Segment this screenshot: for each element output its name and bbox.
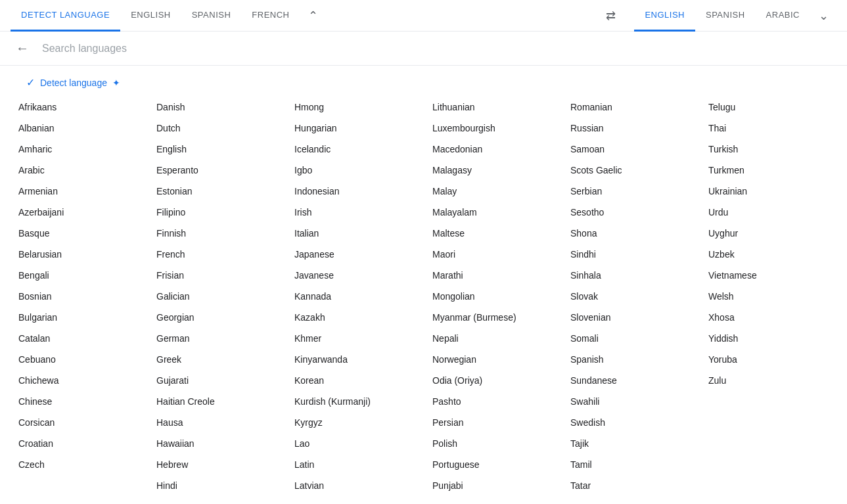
list-item[interactable]: Macedonian [424, 139, 562, 160]
list-item[interactable]: Bosnian [11, 286, 149, 307]
list-item[interactable]: Mongolian [424, 286, 562, 307]
list-item[interactable]: Filipino [149, 202, 286, 223]
list-item[interactable]: Corsican [11, 412, 149, 433]
tab-target-spanish[interactable]: SPANISH [695, 0, 756, 32]
list-item[interactable]: Catalan [11, 328, 149, 349]
list-item[interactable]: Portuguese [424, 454, 562, 475]
list-item[interactable]: Croatian [11, 433, 149, 454]
list-item[interactable]: Basque [11, 223, 149, 244]
list-item[interactable]: Igbo [286, 160, 424, 181]
list-item[interactable]: Serbian [562, 181, 700, 202]
list-item[interactable]: Lithuanian [424, 97, 562, 118]
list-item[interactable]: Esperanto [149, 160, 286, 181]
list-item[interactable]: Urdu [700, 202, 838, 223]
list-item[interactable]: Hindi [149, 475, 286, 496]
list-item[interactable]: Bengali [11, 265, 149, 286]
list-item[interactable]: Bulgarian [11, 307, 149, 328]
list-item[interactable]: Galician [149, 286, 286, 307]
list-item[interactable]: Slovak [562, 286, 700, 307]
list-item[interactable]: Tajik [562, 433, 700, 454]
list-item[interactable]: Korean [286, 370, 424, 391]
list-item[interactable]: Swedish [562, 412, 700, 433]
list-item[interactable]: Maltese [424, 223, 562, 244]
list-item[interactable]: Spanish [562, 349, 700, 370]
list-item[interactable]: Belarusian [11, 244, 149, 265]
list-item[interactable]: Uzbek [700, 244, 838, 265]
list-item[interactable]: Frisian [149, 265, 286, 286]
list-item[interactable]: Telugu [700, 97, 838, 118]
list-item[interactable]: Xhosa [700, 307, 838, 328]
list-item[interactable]: Maori [424, 244, 562, 265]
list-item[interactable]: Pashto [424, 391, 562, 412]
list-item[interactable]: Swahili [562, 391, 700, 412]
list-item[interactable]: Yiddish [700, 328, 838, 349]
tab-target-arabic[interactable]: ARABIC [756, 0, 810, 32]
list-item[interactable]: Hebrew [149, 454, 286, 475]
list-item[interactable]: Armenian [11, 181, 149, 202]
list-item[interactable]: Chichewa [11, 370, 149, 391]
list-item[interactable]: Sinhala [562, 265, 700, 286]
list-item[interactable]: Tatar [562, 475, 700, 496]
list-item[interactable]: Turkish [700, 139, 838, 160]
list-item[interactable]: Indonesian [286, 181, 424, 202]
list-item[interactable]: Latvian [286, 475, 424, 496]
list-item[interactable]: Tamil [562, 454, 700, 475]
list-item[interactable]: Nepali [424, 328, 562, 349]
swap-languages-button[interactable]: ⇄ [597, 3, 624, 29]
list-item[interactable]: Albanian [11, 118, 149, 139]
list-item[interactable]: Kinyarwanda [286, 349, 424, 370]
list-item[interactable]: Japanese [286, 244, 424, 265]
list-item[interactable]: Malayalam [424, 202, 562, 223]
list-item[interactable]: Icelandic [286, 139, 424, 160]
list-item[interactable]: Chinese [11, 391, 149, 412]
list-item[interactable]: Hungarian [286, 118, 424, 139]
list-item[interactable]: Greek [149, 349, 286, 370]
list-item[interactable]: Norwegian [424, 349, 562, 370]
list-item[interactable]: Georgian [149, 307, 286, 328]
detect-language-item[interactable]: ✓ Detect language ✦ [18, 71, 829, 94]
list-item[interactable]: Sindhi [562, 244, 700, 265]
list-item[interactable]: Thai [700, 118, 838, 139]
list-item[interactable]: Khmer [286, 328, 424, 349]
list-item[interactable]: Zulu [700, 370, 838, 391]
list-item[interactable]: Cebuano [11, 349, 149, 370]
list-item[interactable]: Czech [11, 454, 149, 475]
list-item[interactable]: Somali [562, 328, 700, 349]
list-item[interactable]: Finnish [149, 223, 286, 244]
tab-detect-language[interactable]: DETECT LANGUAGE [11, 0, 120, 32]
list-item[interactable]: Lao [286, 433, 424, 454]
list-item[interactable]: Danish [149, 97, 286, 118]
list-item[interactable]: Italian [286, 223, 424, 244]
list-item[interactable]: Sundanese [562, 370, 700, 391]
list-item[interactable]: Turkmen [700, 160, 838, 181]
list-item[interactable]: English [149, 139, 286, 160]
list-item[interactable]: Marathi [424, 265, 562, 286]
list-item[interactable]: Gujarati [149, 370, 286, 391]
list-item[interactable]: Kurdish (Kurmanji) [286, 391, 424, 412]
list-item[interactable]: Malay [424, 181, 562, 202]
search-input[interactable] [42, 43, 836, 55]
list-item[interactable]: German [149, 328, 286, 349]
list-item[interactable]: Javanese [286, 265, 424, 286]
tab-source-french[interactable]: FRENCH [241, 0, 300, 32]
tab-target-english[interactable]: ENGLISH [634, 0, 695, 32]
list-item[interactable]: Sesotho [562, 202, 700, 223]
list-item[interactable]: Scots Gaelic [562, 160, 700, 181]
list-item[interactable]: Polish [424, 433, 562, 454]
list-item[interactable]: Hmong [286, 97, 424, 118]
list-item[interactable]: Irish [286, 202, 424, 223]
list-item[interactable]: Hawaiian [149, 433, 286, 454]
list-item[interactable]: Samoan [562, 139, 700, 160]
list-item[interactable]: Azerbaijani [11, 202, 149, 223]
list-item[interactable]: Amharic [11, 139, 149, 160]
list-item[interactable]: Yoruba [700, 349, 838, 370]
list-item[interactable]: Myanmar (Burmese) [424, 307, 562, 328]
list-item[interactable]: Ukrainian [700, 181, 838, 202]
list-item[interactable]: Latin [286, 454, 424, 475]
list-item[interactable]: Kyrgyz [286, 412, 424, 433]
tab-source-english[interactable]: ENGLISH [120, 0, 181, 32]
target-tabs-expand-button[interactable]: ⌄ [810, 3, 836, 29]
list-item[interactable]: Kazakh [286, 307, 424, 328]
source-tabs-collapse-button[interactable]: ⌃ [300, 3, 326, 29]
list-item[interactable]: Slovenian [562, 307, 700, 328]
